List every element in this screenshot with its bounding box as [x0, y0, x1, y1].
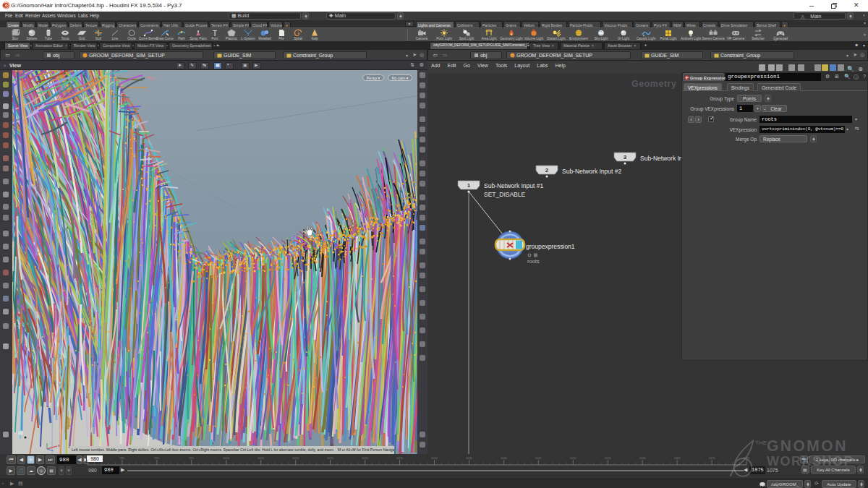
svg-text:1045: 1045: [535, 456, 542, 460]
svg-text:Sub-Network Input #1: Sub-Network Input #1: [484, 182, 543, 189]
svg-text:1035: 1035: [466, 456, 473, 460]
svg-text:Sub-Network Inp: Sub-Network Inp: [640, 155, 686, 162]
svg-text:1015: 1015: [327, 456, 334, 460]
svg-text:Sub-Network Input #2: Sub-Network Input #2: [562, 168, 621, 175]
svg-text:3: 3: [624, 154, 627, 160]
svg-text:2: 2: [545, 167, 549, 174]
svg-text:1065: 1065: [674, 456, 681, 460]
svg-text:SET_DISABLE: SET_DISABLE: [484, 191, 525, 198]
svg-text:995: 995: [189, 456, 194, 460]
svg-text:1000: 1000: [223, 456, 230, 460]
svg-text:1050: 1050: [570, 456, 577, 460]
svg-text:1025: 1025: [396, 456, 404, 460]
svg-text:x: x: [58, 443, 60, 448]
svg-text:1055: 1055: [605, 456, 612, 460]
svg-text:groupexpression1: groupexpression1: [526, 243, 575, 250]
svg-text:985: 985: [120, 456, 125, 460]
svg-text:1070: 1070: [709, 456, 716, 460]
svg-text:✻: ✻: [18, 429, 24, 437]
svg-text:1030: 1030: [431, 456, 438, 460]
svg-text:T: T: [213, 30, 217, 38]
svg-text:990: 990: [155, 456, 160, 460]
svg-text:roots: roots: [527, 258, 540, 265]
svg-text:1020: 1020: [362, 456, 369, 460]
svg-text:1: 1: [467, 182, 471, 189]
svg-text:1010: 1010: [292, 456, 299, 460]
svg-text:1005: 1005: [258, 456, 265, 460]
svg-text:1060: 1060: [639, 456, 647, 460]
svg-text:1040: 1040: [501, 456, 508, 460]
